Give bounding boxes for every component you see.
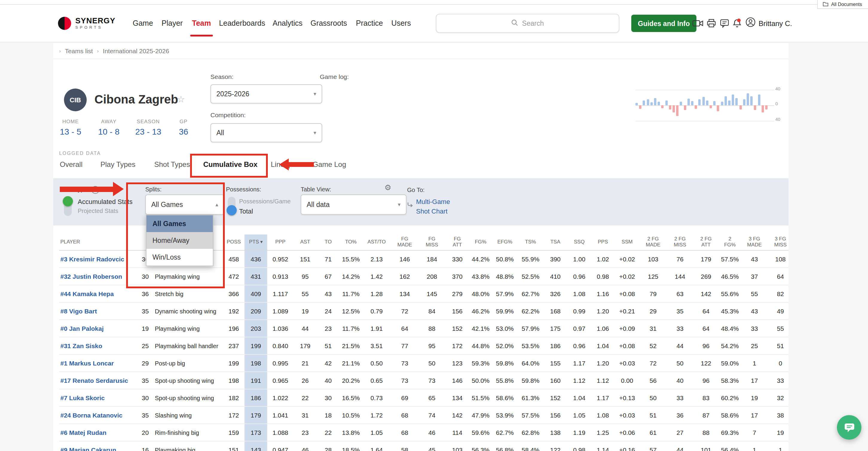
player-link[interactable]: #7 Luka Skoric — [59, 389, 137, 407]
player-link[interactable]: #31 Zan Sisko — [59, 337, 137, 354]
tab-lineups[interactable]: Lineups — [271, 160, 296, 169]
column-header-3-fg-made[interactable]: 3 FG MADE — [741, 235, 768, 250]
column-header-2-fg[interactable]: 2 FG% — [718, 235, 741, 250]
player-link[interactable]: #3 Kresimir Radovcic — [59, 250, 137, 268]
competition-select[interactable]: All▾ — [210, 123, 322, 142]
goto-shot-chart-link[interactable]: Shot Chart — [416, 208, 447, 215]
tab-shot-types[interactable]: Shot Types — [154, 160, 190, 169]
nav-item-users[interactable]: Users — [391, 19, 411, 28]
nav-item-practice[interactable]: Practice — [356, 19, 383, 28]
column-header-2-fg-made[interactable]: 2 FG MADE — [640, 235, 666, 250]
table-cell: 142 — [445, 407, 469, 424]
table-cell: 1.089 — [267, 302, 293, 320]
column-header-poss[interactable]: POSS — [223, 235, 245, 250]
feedback-icon[interactable] — [720, 19, 729, 28]
player-link[interactable]: #9 Marjan Cakarun — [59, 441, 137, 451]
favorite-star-icon[interactable]: ☆ — [177, 94, 185, 105]
nav-item-game[interactable]: Game — [133, 19, 153, 28]
table-cell: 138 — [544, 424, 567, 441]
table-cell: 0.96 — [567, 268, 591, 285]
tab-overall[interactable]: Overall — [60, 160, 83, 169]
stat-type-toggle[interactable] — [63, 196, 73, 206]
team-avatar: CIB — [64, 89, 87, 111]
table-cell: 162 — [391, 268, 418, 285]
splits-option-home-away[interactable]: Home/Away — [147, 232, 213, 249]
column-header-fg-att[interactable]: FG ATT — [445, 235, 469, 250]
column-header-tsa[interactable]: TSA — [544, 235, 567, 250]
printer-icon[interactable] — [707, 19, 716, 28]
column-header-ast[interactable]: AST — [293, 235, 317, 250]
tab-play-types[interactable]: Play Types — [100, 160, 135, 169]
gear-icon[interactable]: ⚙ — [384, 183, 391, 192]
column-header-ast-to[interactable]: AST/TO — [362, 235, 391, 250]
synergy-logo[interactable]: SYNERGY SPORTS — [58, 17, 115, 30]
column-header-ssm[interactable]: SSM — [615, 235, 640, 250]
spark-bar — [713, 101, 716, 105]
tab-game-log[interactable]: Game Log — [313, 160, 346, 169]
season-select[interactable]: 2025-2026▾ — [210, 84, 322, 103]
splits-option-win-loss[interactable]: Win/Loss — [147, 249, 213, 266]
stat-home-value: 13 - 5 — [56, 127, 86, 137]
table-cell: 168 — [544, 302, 567, 320]
table-cell: 46.5% — [718, 268, 741, 285]
search-icon — [512, 19, 519, 28]
column-header-ppp[interactable]: PPP — [267, 235, 293, 250]
column-header-player[interactable]: PLAYER — [59, 235, 137, 250]
search-input[interactable]: Search — [436, 14, 619, 33]
splits-select[interactable]: All Games▴ — [145, 194, 224, 215]
nav-item-leaderboards[interactable]: Leaderboards — [219, 19, 265, 28]
video-camera-icon[interactable] — [692, 19, 704, 28]
table-cell: 0.913 — [267, 268, 293, 285]
player-link[interactable]: #24 Borna Katanovic — [59, 407, 137, 424]
column-header-2-fg-att[interactable]: 2 FG ATT — [693, 235, 718, 250]
player-link[interactable]: #44 Kamaka Hepa — [59, 285, 137, 302]
spark-bar — [658, 101, 660, 105]
breadcrumb-competition[interactable]: International 2025-2026 — [103, 47, 169, 54]
stat-option-projected[interactable]: Projected Stats — [78, 208, 118, 214]
user-menu[interactable]: Brittany C. — [745, 17, 792, 30]
guides-and-info-button[interactable]: Guides and Info — [631, 14, 696, 32]
table-cell: 2.13 — [362, 250, 391, 268]
column-header-pts[interactable]: PTS — [245, 235, 267, 250]
player-link[interactable]: #17 Renato Serdarusic — [59, 372, 137, 389]
table-cell: 390 — [544, 250, 567, 268]
column-header-fg-made[interactable]: FG MADE — [391, 235, 418, 250]
chat-launcher-button[interactable] — [837, 415, 861, 440]
column-header-fg[interactable]: FG% — [469, 235, 492, 250]
player-link[interactable]: #32 Justin Roberson — [59, 268, 137, 285]
table-cell: 50 — [640, 389, 666, 407]
nav-item-team[interactable]: Team — [192, 19, 211, 28]
table-cell: 152 — [544, 389, 567, 407]
column-header-to[interactable]: TO% — [340, 235, 362, 250]
column-header-fg-miss[interactable]: FG MISS — [418, 235, 445, 250]
column-header-pps[interactable]: PPS — [591, 235, 615, 250]
bookmark-label: All Documents — [831, 1, 862, 7]
possessions-option-per-game[interactable]: Possessions/Game — [239, 198, 290, 205]
possessions-toggle[interactable] — [226, 205, 237, 215]
info-icon[interactable]: i — [91, 186, 99, 194]
table-view-select[interactable]: All data▾ — [301, 194, 406, 215]
player-link[interactable]: #1 Markus Loncar — [59, 354, 137, 372]
stat-option-accumulated[interactable]: Accumulated Stats — [78, 198, 132, 205]
column-header-2-fg-miss[interactable]: 2 FG MISS — [666, 235, 693, 250]
column-header-to[interactable]: TO — [317, 235, 340, 250]
goto-multi-game-link[interactable]: Multi-Game — [416, 198, 450, 205]
column-header-ssq[interactable]: SSQ — [567, 235, 591, 250]
table-cell: 370 — [445, 268, 469, 285]
tab-cumulative-box[interactable]: Cumulative Box — [203, 160, 257, 169]
nav-item-analytics[interactable]: Analytics — [273, 19, 303, 28]
splits-option-all-games[interactable]: All Games — [147, 215, 213, 232]
column-header-3-fg-miss[interactable]: 3 FG MISS — [768, 235, 788, 250]
possessions-option-total[interactable]: Total — [239, 208, 253, 215]
breadcrumb-teams-list[interactable]: Teams list — [65, 47, 93, 54]
bookmark-all-documents[interactable]: All Documents — [817, 0, 868, 9]
table-cell: 55 — [768, 320, 788, 337]
nav-item-player[interactable]: Player — [162, 19, 183, 28]
player-link[interactable]: #0 Jan Palokaj — [59, 320, 137, 337]
player-link[interactable]: #6 Matej Rudan — [59, 424, 137, 441]
column-header-ts[interactable]: TS% — [518, 235, 544, 250]
player-link[interactable]: #8 Vigo Bart — [59, 302, 137, 320]
nav-item-grassroots[interactable]: Grassroots — [311, 19, 347, 28]
column-header-efg[interactable]: EFG% — [492, 235, 518, 250]
spark-bar — [699, 99, 701, 106]
